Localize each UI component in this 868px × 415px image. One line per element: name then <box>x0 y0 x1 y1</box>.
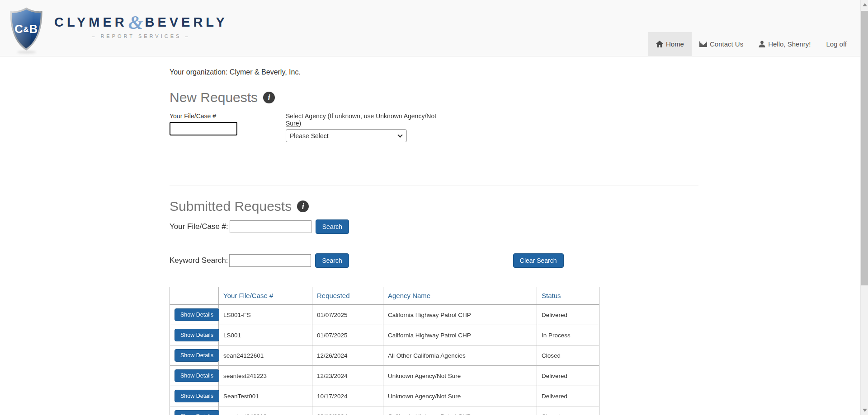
file-case-search-row: Your File/Case #: Search <box>170 219 698 234</box>
brand-wordmark: CLYMER & BEVERLY – REPORT SERVICES – <box>54 15 228 39</box>
main-content: Your organization: Clymer & Beverly, Inc… <box>170 56 698 415</box>
cell-status: In Process <box>537 325 599 345</box>
brand-name-last: BEVERLY <box>145 15 227 30</box>
table-row: Show Details seantest241223 12/23/2024 U… <box>170 366 599 386</box>
cell-requested: 09/19/2024 <box>312 406 383 415</box>
agency-select[interactable]: Please Select <box>286 129 407 142</box>
keyword-search-row: Keyword Search: Search Clear Search <box>170 253 698 268</box>
show-details-button[interactable]: Show Details <box>175 308 219 321</box>
cell-agency: All Other California Agencies <box>383 345 537 366</box>
scrollbar-up-arrow-icon[interactable] <box>863 3 867 6</box>
file-case-number-input[interactable] <box>170 122 237 135</box>
nav-home[interactable]: Home <box>648 32 692 56</box>
home-icon <box>656 41 663 47</box>
select-agency-label[interactable]: Select Agency (If unknown, use Unknown A… <box>286 112 444 127</box>
file-case-column-header[interactable]: Your File/Case # <box>219 287 312 305</box>
file-case-search-button[interactable]: Search <box>316 219 349 234</box>
envelope-icon <box>699 41 707 47</box>
nav-greeting-label: Hello, Shenry! <box>768 40 811 48</box>
show-details-button[interactable]: Show Details <box>175 329 219 341</box>
requested-column-header[interactable]: Requested <box>312 287 383 305</box>
brand-logo[interactable]: C&B CLYMER & BEVERLY – REPORT SERVICES – <box>9 7 228 54</box>
table-row: Show Details LS001 01/07/2025 California… <box>170 325 599 345</box>
details-column-header <box>170 287 219 305</box>
scrollbar-down-arrow-icon[interactable] <box>863 409 867 412</box>
main-nav: Home Contact Us Hello, Shenry! Log off <box>648 32 854 56</box>
cell-requested: 01/07/2025 <box>312 325 383 345</box>
show-details-button[interactable]: Show Details <box>175 349 219 362</box>
cell-agency: California Highway Patrol CHP <box>383 406 537 415</box>
file-case-search-input[interactable] <box>230 220 311 233</box>
table-row: Show Details LS001-FS 01/07/2025 Califor… <box>170 305 599 325</box>
cell-agency: California Highway Patrol CHP <box>383 325 537 345</box>
submitted-requests-info-icon[interactable]: i <box>297 201 309 212</box>
cell-file-case: sean24122601 <box>219 345 312 366</box>
new-requests-title-text: New Requests <box>170 90 258 105</box>
brand-ampersand: & <box>128 16 143 29</box>
submitted-requests-title-text: Submitted Requests <box>170 199 292 214</box>
file-case-search-label: Your File/Case #: <box>170 222 228 231</box>
keyword-search-input[interactable] <box>229 254 311 267</box>
cell-file-case: seantest240919 <box>219 406 312 415</box>
clear-search-button[interactable]: Clear Search <box>513 253 564 268</box>
cell-requested: 01/07/2025 <box>312 305 383 325</box>
cell-status: Closed <box>537 345 599 366</box>
cell-requested: 12/26/2024 <box>312 345 383 366</box>
table-row: Show Details sean24122601 12/26/2024 All… <box>170 345 599 366</box>
agency-column-header[interactable]: Agency Name <box>383 287 537 305</box>
cell-requested: 10/17/2024 <box>312 386 383 406</box>
brand-tagline: – REPORT SERVICES – <box>54 33 228 39</box>
cell-agency: Unknown Agency/Not Sure <box>383 366 537 386</box>
cell-file-case: LS001 <box>219 325 312 345</box>
nav-logoff-label: Log off <box>826 40 847 48</box>
submitted-requests-title: Submitted Requests i <box>170 199 698 214</box>
nav-home-label: Home <box>666 40 684 48</box>
cell-status: Closed <box>537 406 599 415</box>
new-requests-title: New Requests i <box>170 90 698 105</box>
table-row: Show Details SeanTest001 10/17/2024 Unkn… <box>170 386 599 406</box>
table-header-row: Your File/Case # Requested Agency Name S… <box>170 287 599 305</box>
cell-status: Delivered <box>537 305 599 325</box>
cell-file-case: LS001-FS <box>219 305 312 325</box>
new-request-form: Your File/Case # Select Agency (If unkno… <box>170 112 698 142</box>
brand-name-first: CLYMER <box>54 15 127 30</box>
shield-logo-icon: C&B <box>9 7 43 54</box>
table-row: Show Details seantest240919 09/19/2024 C… <box>170 406 599 415</box>
cell-status: Delivered <box>537 366 599 386</box>
section-divider <box>170 186 698 186</box>
keyword-search-label: Keyword Search: <box>170 256 228 265</box>
cell-requested: 12/23/2024 <box>312 366 383 386</box>
file-case-number-label[interactable]: Your File/Case # <box>170 112 242 120</box>
nav-log-off[interactable]: Log off <box>818 32 854 56</box>
shield-reflection <box>17 51 36 54</box>
nav-contact-label: Contact Us <box>710 40 743 48</box>
person-icon <box>759 41 765 47</box>
submitted-requests-table: Your File/Case # Requested Agency Name S… <box>170 287 599 415</box>
show-details-button[interactable]: Show Details <box>175 369 219 382</box>
cell-agency: California Highway Patrol CHP <box>383 305 537 325</box>
vertical-scrollbar[interactable] <box>860 0 868 415</box>
keyword-search-button[interactable]: Search <box>315 253 349 268</box>
organization-line: Your organization: Clymer & Beverly, Inc… <box>170 68 698 76</box>
cell-file-case: SeanTest001 <box>219 386 312 406</box>
nav-user-greeting[interactable]: Hello, Shenry! <box>751 32 818 56</box>
status-column-header[interactable]: Status <box>537 287 599 305</box>
show-details-button[interactable]: Show Details <box>175 410 219 415</box>
top-navbar: C&B CLYMER & BEVERLY – REPORT SERVICES –… <box>0 0 868 56</box>
agency-select-wrap: Please Select <box>286 129 407 142</box>
new-requests-info-icon[interactable]: i <box>263 92 275 103</box>
cell-status: Delivered <box>537 386 599 406</box>
cell-file-case: seantest241223 <box>219 366 312 386</box>
cell-agency: Unknown Agency/Not Sure <box>383 386 537 406</box>
nav-contact-us[interactable]: Contact Us <box>692 32 751 56</box>
show-details-button[interactable]: Show Details <box>175 390 219 402</box>
scrollbar-thumb[interactable] <box>861 11 868 285</box>
